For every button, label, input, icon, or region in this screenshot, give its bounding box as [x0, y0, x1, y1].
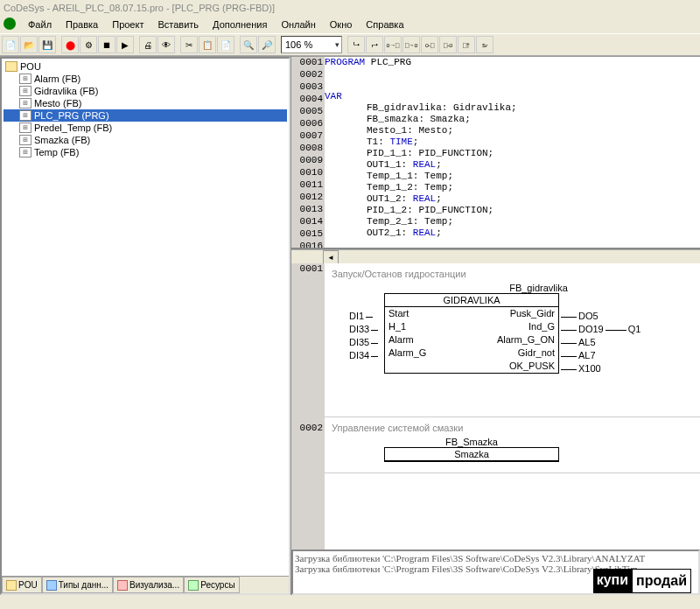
- tb-step8-icon[interactable]: sᵣ: [476, 36, 494, 53]
- tb-find-icon[interactable]: 🔍: [240, 36, 257, 53]
- tb-step3-icon[interactable]: o→⎕: [384, 36, 402, 53]
- fb-icon: ⊞: [19, 86, 32, 96]
- zoom-select[interactable]: 106 %: [281, 36, 342, 53]
- menu-online[interactable]: Онлайн: [276, 18, 320, 32]
- menu-insert[interactable]: Вставить: [152, 18, 204, 32]
- tb-run-icon[interactable]: ⬤: [61, 36, 79, 53]
- tb-step7-icon[interactable]: ⎕†: [458, 36, 475, 53]
- line-gutter: 0001000200030004000500060007000800090010…: [291, 57, 325, 248]
- tb-step5-icon[interactable]: o-⎕: [421, 36, 438, 53]
- tb-step4-icon[interactable]: ⎕→o: [402, 36, 420, 53]
- app-icon: [4, 18, 16, 30]
- tb-step6-icon[interactable]: ⎕-o: [439, 36, 457, 53]
- tree-item-predel-temp[interactable]: ⊞Predel_Temp (FB): [4, 122, 287, 134]
- fb-box[interactable]: Smazka: [384, 447, 559, 462]
- fb-type-name: GIDRAVLIKA: [385, 294, 558, 307]
- network-title: Запуск/Останов гидростанции: [332, 269, 693, 279]
- tb-print-icon[interactable]: 🖨: [139, 36, 157, 53]
- fb-instance-name: FB_Smazka: [384, 437, 559, 447]
- tb-step1-icon[interactable]: ⮡: [347, 36, 365, 53]
- folder-icon: [5, 61, 18, 72]
- toolbar: 📄 📂 💾 ⬤ ⚙ ⏹ ▶ 🖨 👁 ✂ 📋 📄 🔍 🔎 106 % ⮡ ⮣ o→…: [0, 33, 700, 56]
- tb-copy-icon[interactable]: 📋: [199, 36, 216, 53]
- tb-paste-icon[interactable]: 📄: [217, 36, 234, 53]
- h-scrollbar[interactable]: [291, 249, 700, 263]
- tb-stop-icon[interactable]: ⏹: [98, 36, 116, 53]
- tree-item-plc-prg[interactable]: ⊞PLC_PRG (PRG): [4, 109, 287, 122]
- types-icon: [46, 580, 57, 591]
- fbd-network-2[interactable]: Управление системой смазки FB_Smazka Sma…: [325, 417, 700, 473]
- window-title: CoDeSys - AREIL_PLC_08.07.15.pro - [PLC_…: [0, 0, 700, 16]
- fbd-editor[interactable]: 0001 0002 Запуск/Останов гидростанции FB…: [291, 263, 700, 550]
- network-title: Управление системой смазки: [332, 423, 693, 433]
- fb-type-name: Smazka: [385, 448, 558, 461]
- menu-file[interactable]: Файл: [23, 18, 57, 32]
- pou-icon: [6, 580, 17, 591]
- tree-item-gidravlika[interactable]: ⊞Gidravlika (FB): [4, 85, 287, 97]
- tb-open-icon[interactable]: 📂: [20, 36, 38, 53]
- pou-tree-pane: POU ⊞Alarm (FB) ⊞Gidravlika (FB) ⊞Mesto …: [0, 57, 290, 595]
- fb-icon: ⊞: [19, 122, 32, 133]
- fb-box[interactable]: GIDRAVLIKA StartPusk_GidrH_1Ind_GAlarmAl…: [384, 293, 559, 374]
- code-text[interactable]: PROGRAM PLC_PRG VARFB_gidravlika: Gidrav…: [325, 57, 700, 248]
- tb-watch-icon[interactable]: 👁: [158, 36, 175, 53]
- res-icon: [188, 580, 199, 591]
- bottom-tabs: POU Типы данн... Визуализа... Ресурсы: [2, 576, 289, 593]
- fb-instance-name: FB_gidravlika: [384, 283, 693, 293]
- tree-item-mesto[interactable]: ⊞Mesto (FB): [4, 97, 287, 109]
- tree-item-alarm[interactable]: ⊞Alarm (FB): [4, 73, 287, 85]
- tree-root[interactable]: POU: [4, 60, 287, 73]
- fbd-network-1[interactable]: Запуск/Останов гидростанции FB_gidravlik…: [325, 263, 700, 417]
- tb-step2-icon[interactable]: ⮣: [366, 36, 383, 53]
- menu-edit[interactable]: Правка: [60, 18, 103, 32]
- tree-item-temp[interactable]: ⊞Temp (FB): [4, 146, 287, 158]
- fb-icon: ⊞: [19, 110, 32, 121]
- menu-help[interactable]: Справка: [360, 18, 409, 32]
- tb-new-icon[interactable]: 📄: [2, 36, 19, 53]
- message-line: Загрузка библиотеки 'C:\Program Files\3S…: [295, 553, 696, 564]
- watermark: купипродай: [593, 569, 691, 593]
- tab-visu[interactable]: Визуализа...: [113, 577, 184, 593]
- menu-extras[interactable]: Дополнения: [207, 18, 272, 32]
- tb-cut-icon[interactable]: ✂: [180, 36, 198, 53]
- tb-build-icon[interactable]: ⚙: [80, 36, 97, 53]
- fb-icon: ⊞: [19, 98, 32, 108]
- visu-icon: [117, 580, 128, 591]
- tb-login-icon[interactable]: ▶: [116, 36, 134, 53]
- fbd-gutter: 0001 0002: [291, 263, 325, 550]
- menu-bar: Файл Правка Проект Вставить Дополнения О…: [0, 16, 700, 33]
- tab-pou[interactable]: POU: [2, 577, 42, 593]
- tb-findnext-icon[interactable]: 🔎: [258, 36, 276, 53]
- tree-item-smazka[interactable]: ⊞Smazka (FB): [4, 134, 287, 146]
- fb-icon: ⊞: [19, 74, 32, 84]
- menu-project[interactable]: Проект: [107, 18, 149, 32]
- menu-window[interactable]: Окно: [325, 18, 358, 32]
- declaration-editor[interactable]: 0001000200030004000500060007000800090010…: [291, 57, 700, 249]
- tab-resources[interactable]: Ресурсы: [184, 577, 239, 593]
- tab-types[interactable]: Типы данн...: [42, 577, 113, 593]
- tb-save-icon[interactable]: 💾: [38, 36, 56, 53]
- fb-icon: ⊞: [19, 147, 32, 158]
- fb-icon: ⊞: [19, 135, 32, 145]
